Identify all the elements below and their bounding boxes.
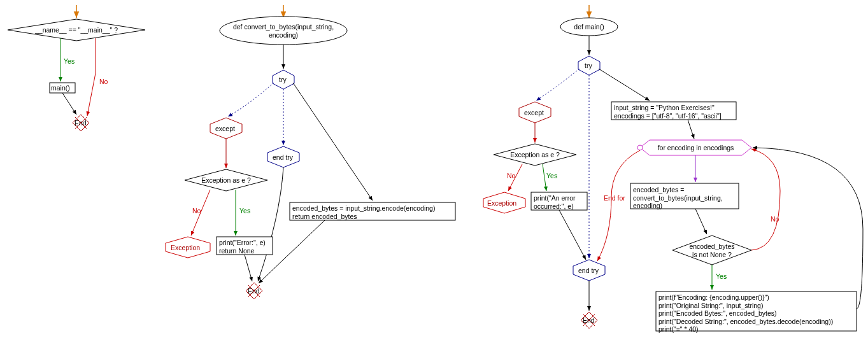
svg-point-39 [637, 145, 643, 150]
svg-rect-30 [531, 192, 587, 210]
svg-marker-26 [519, 102, 551, 123]
svg-marker-31 [573, 260, 605, 281]
flowchart-canvas [0, 0, 868, 352]
svg-rect-2 [50, 83, 75, 93]
svg-marker-15 [166, 237, 210, 258]
svg-rect-36 [611, 102, 736, 120]
svg-marker-43 [672, 236, 751, 265]
svg-marker-13 [267, 146, 299, 167]
svg-line-42 [695, 209, 707, 234]
svg-rect-16 [217, 237, 273, 255]
svg-marker-38 [640, 140, 751, 155]
svg-line-3 [62, 93, 76, 115]
svg-marker-1 [8, 19, 145, 41]
svg-marker-28 [494, 144, 576, 165]
svg-line-17 [245, 255, 252, 281]
svg-rect-18 [290, 202, 455, 220]
svg-rect-41 [630, 183, 739, 209]
svg-marker-29 [483, 192, 525, 213]
svg-marker-10 [273, 70, 294, 89]
svg-marker-11 [210, 118, 242, 139]
svg-line-37 [688, 120, 694, 139]
svg-marker-25 [578, 56, 600, 75]
svg-rect-44 [656, 292, 857, 331]
svg-marker-14 [185, 169, 267, 191]
svg-point-8 [220, 17, 347, 45]
svg-point-23 [560, 18, 618, 36]
